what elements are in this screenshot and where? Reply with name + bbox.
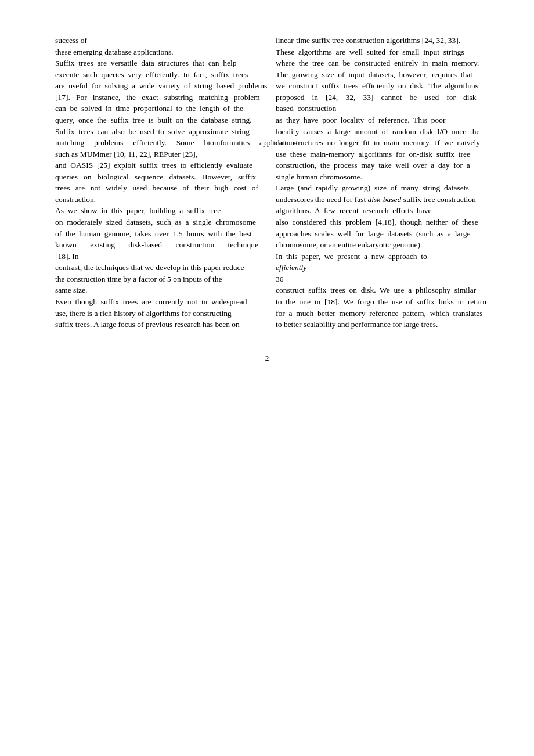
right-column: linear-time suffix tree construction alg… xyxy=(267,35,488,330)
two-column-layout: success of these emerging database appli… xyxy=(0,35,534,330)
right-text: linear-time suffix tree construction alg… xyxy=(276,35,479,330)
page-number-text: 2 xyxy=(265,354,269,362)
page-number: 2 xyxy=(0,354,534,363)
left-text: success of these emerging database appli… xyxy=(55,35,258,330)
page: success of these emerging database appli… xyxy=(0,0,534,756)
left-column: success of these emerging database appli… xyxy=(46,35,267,330)
